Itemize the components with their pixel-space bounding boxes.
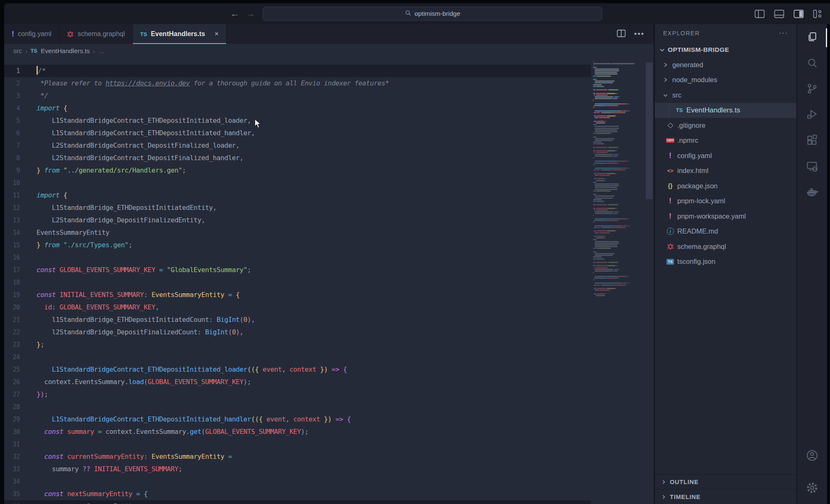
breadcrumb[interactable]: src › TS EventHandlers.ts › … [4,44,654,58]
tree-item-node_modules[interactable]: node_modules [655,73,796,88]
breadcrumb-folder[interactable]: src [13,47,22,55]
tree-item-config.yaml[interactable]: ! config.yaml [655,148,796,163]
tree-item-tsconfig.json[interactable]: TS tsconfig.json [655,254,796,270]
active-view-indicator [826,28,827,47]
code-line[interactable]: 30 const summary = context.EventsSummary… [4,426,654,438]
run-debug-activity-icon[interactable] [797,104,827,125]
code-line[interactable]: 9} from "../generated/src/Handlers.gen"; [4,164,654,177]
explorer-sidebar: EXPLORER ··· OPTIMISM-BRIDGE generated n… [655,24,797,504]
more-actions-icon[interactable]: ••• [634,30,644,39]
code-line[interactable]: 7 L2StandardBridgeContract_DepositFinali… [4,139,654,152]
line-number: 1 [4,65,20,77]
explorer-activity-icon[interactable] [797,27,827,48]
nav-forward-button[interactable]: → [246,9,255,18]
tsconfig-file-icon: TS [666,259,674,265]
scrollbar-thumb[interactable] [646,62,653,199]
docker-activity-icon[interactable] [797,182,827,203]
tree-item-index.html[interactable]: <> index.html [655,163,796,179]
toggle-primary-sidebar-icon[interactable] [754,10,765,18]
code-line[interactable]: 33 summary ?? INITIAL_EVENTS_SUMMARY; [4,463,654,475]
line-number: 11 [4,189,20,202]
search-activity-icon[interactable] [797,52,827,74]
code-line[interactable]: 20 id: GLOBAL_EVENTS_SUMMARY_KEY, [4,301,654,314]
code-line[interactable]: 31 [4,438,654,450]
tree-item-schema.graphql[interactable]: schema.graphql [655,239,796,254]
code-line[interactable]: 32 const currentSummaryEntity: EventsSum… [4,450,654,463]
code-line[interactable]: 22 l2StandardBridge_DepositFinalizedCoun… [4,326,654,338]
code-line[interactable]: 21 l1StandardBridge_ETHDepositInitiatedC… [4,314,654,326]
file-label: package.json [677,182,718,190]
extensions-activity-icon[interactable] [797,129,827,151]
code-editor[interactable]: 1/*2 *Please refer to https://docs.envio… [4,58,654,504]
tree-item-generated[interactable]: generated [655,57,796,73]
code-line[interactable]: 28 [4,401,654,413]
code-line[interactable]: 13 L2StandardBridge_DepositFinalizedEnti… [4,214,654,226]
nav-back-button[interactable]: ← [230,9,239,18]
tab-EventHandlers.ts[interactable]: TSEventHandlers.ts× [133,24,227,44]
code-line[interactable]: 3 */ [4,90,654,102]
breadcrumb-symbol[interactable]: … [98,47,105,55]
tree-item-package.json[interactable]: {} package.json [655,178,796,194]
account-icon[interactable] [797,445,827,466]
yaml-file-icon: ! [12,30,14,39]
line-number: 17 [4,264,20,276]
code-line[interactable]: 26 context.EventsSummary.load(GLOBAL_EVE… [4,376,654,388]
html-file-icon: <> [667,168,673,174]
code-line[interactable]: 10 [4,177,654,189]
code-line[interactable]: 12 L1StandardBridge_ETHDepositInitiatedE… [4,202,654,214]
workspace-root-folder[interactable]: OPTIMISM-BRIDGE [655,42,796,57]
remote-explorer-activity-icon[interactable] [797,156,827,177]
command-center-search[interactable]: optimism-bridge [263,7,602,21]
timeline-section-header[interactable]: TIMELINE [655,489,796,504]
settings-gear-icon[interactable] [797,477,827,499]
outline-section-header[interactable]: OUTLINE [655,474,796,489]
code-line[interactable]: 17const GLOBAL_EVENTS_SUMMARY_KEY = "Glo… [4,264,654,276]
code-line[interactable]: 24 [4,351,654,363]
code-line[interactable]: 2 *Please refer to https://docs.envio.de… [4,77,654,90]
line-number: 3 [4,90,20,102]
tree-item-pnpm-lock.yaml[interactable]: ! pnpm-lock.yaml [655,194,796,209]
code-line[interactable]: 36 currentSummaryEntity [4,500,654,504]
tree-item-src[interactable]: src [655,88,796,103]
code-line[interactable]: 15} from "./src/Types.gen"; [4,239,654,251]
code-line[interactable]: 27}); [4,388,654,401]
tree-item-.gitignore[interactable]: .gitignore [655,118,796,133]
code-line[interactable]: 29 L1StandardBridgeContract_ETHDepositIn… [4,413,654,426]
code-line[interactable]: 4import { [4,102,654,114]
folder-label: generated [672,61,703,69]
split-editor-icon[interactable] [617,29,626,39]
code-line[interactable]: 35 const nextSummaryEntity = { [4,488,654,500]
tree-item-README.md[interactable]: i README.md [655,224,796,239]
breadcrumb-file[interactable]: EventHandlers.ts [41,47,90,55]
toggle-secondary-sidebar-icon[interactable] [793,10,804,18]
tree-item-EventHandlers.ts[interactable]: TS EventHandlers.ts [655,103,796,118]
toggle-panel-icon[interactable] [774,10,784,18]
code-line[interactable]: 11import { [4,189,654,202]
code-line[interactable]: 8 L2StandardBridgeContract_DepositFinali… [4,152,654,164]
npm-file-icon: npm [666,138,675,143]
tree-item-pnpm-workspace.yaml[interactable]: ! pnpm-workspace.yaml [655,209,796,224]
source-control-activity-icon[interactable] [797,78,827,100]
code-line[interactable]: 18 [4,276,654,289]
code-line[interactable]: 6 L1StandardBridgeContract_ETHDepositIni… [4,127,654,139]
code-line[interactable]: 1/* [4,65,654,77]
code-line[interactable]: 34 [4,475,654,488]
minimap[interactable] [591,61,645,327]
tree-item-.npmrc[interactable]: npm .npmrc [655,133,796,149]
tab-config.yaml[interactable]: !config.yaml [4,24,59,44]
tab-schema.graphql[interactable]: schema.graphql [59,24,133,44]
file-label: README.md [677,227,718,235]
code-line[interactable]: 16 [4,251,654,264]
json-file-icon: {} [668,183,673,189]
code-line[interactable]: 25 L1StandardBridgeContract_ETHDepositIn… [4,363,654,376]
line-number: 19 [4,289,20,301]
close-tab-icon[interactable]: × [215,30,219,38]
line-number: 28 [4,401,20,413]
line-number: 30 [4,426,20,438]
customize-layout-icon[interactable] [813,10,823,18]
code-line[interactable]: 19const INITIAL_EVENTS_SUMMARY: EventsSu… [4,289,654,301]
code-line[interactable]: 23}; [4,338,654,351]
explorer-more-actions-icon[interactable]: ··· [779,29,788,37]
code-line[interactable]: 5 L1StandardBridgeContract_ETHDepositIni… [4,114,654,127]
code-line[interactable]: 14EventsSummaryEntity [4,226,654,239]
